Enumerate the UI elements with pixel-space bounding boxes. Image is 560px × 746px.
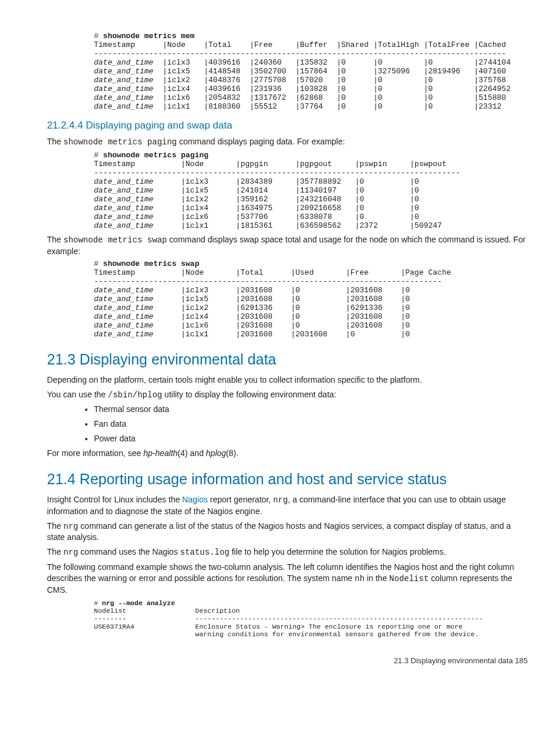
text: The [47, 137, 63, 146]
nagios-link[interactable]: Nagios [182, 495, 208, 504]
text: The [47, 521, 63, 531]
heading-214: 21.4 Reporting usage information and hos… [47, 470, 528, 490]
ref-italic: hplog [206, 448, 226, 458]
p-214-b: The nrg command can generate a list of t… [47, 521, 528, 544]
text: command uses the Nagios [78, 547, 180, 556]
paging-output: # shownode metrics paging Timestamp |Nod… [94, 151, 528, 230]
text: The [47, 235, 63, 244]
list-item: Thermal sensor data [94, 404, 528, 415]
page-footer: 21.3 Displaying environmental data 185 [47, 656, 528, 666]
cmd-text: shownode metrics swap [63, 235, 167, 245]
text: For more information, see [47, 448, 143, 458]
text: command displays paging data. For exampl… [177, 137, 345, 146]
cmd-text: nrg [273, 495, 288, 505]
paging-intro: The shownode metrics paging command disp… [47, 136, 528, 148]
text: utility to display the following environ… [162, 390, 336, 399]
swap-output: # shownode metrics swap Timestamp |Node … [94, 260, 528, 339]
p-214-d: The following command example shows the … [47, 562, 528, 596]
heading-paging: 21.2.4.4 Displaying paging and swap data [47, 119, 528, 133]
env-list: Thermal sensor data Fan data Power data [94, 404, 528, 444]
cmd-text: nrg [63, 548, 78, 557]
cmd-text: status.log [180, 548, 230, 557]
nrg-output: # nrg --mode analyze Nodelist Descriptio… [94, 599, 528, 638]
list-item: Fan data [94, 418, 528, 430]
text: You can use the [47, 390, 108, 399]
p-214-a: Insight Control for Linux includes the N… [47, 494, 528, 517]
text: Insight Control for Linux includes the [47, 495, 182, 504]
text: report generator, [208, 495, 273, 504]
mem-output: # shownode metrics mem Timestamp |Node |… [94, 32, 528, 111]
p-213-c: For more information, see hp-health(4) a… [47, 448, 528, 459]
heading-213: 21.3 Displaying environmental data [47, 350, 528, 370]
text: file to help you determine the solution … [230, 547, 446, 556]
ref-italic: hp-health [143, 448, 177, 458]
p-214-c: The nrg command uses the Nagios status.l… [47, 546, 528, 558]
cmd-text: /sbin/hplog [108, 390, 162, 400]
p-213-a: Depending on the platform, certain tools… [47, 374, 528, 386]
swap-intro: The shownode metrics swap command displa… [47, 234, 528, 257]
text: in the [365, 573, 389, 583]
text: command can generate a list of the statu… [47, 521, 511, 542]
list-item: Power data [94, 433, 528, 444]
cmd-text: shownode metrics paging [63, 137, 177, 147]
text: (8). [226, 448, 238, 458]
cmd-text: nrg [63, 522, 78, 531]
text: The [47, 547, 63, 556]
text: (4) and [178, 448, 206, 458]
cmd-text: Nodelist [389, 574, 429, 583]
p-213-b: You can use the /sbin/hplog utility to d… [47, 389, 528, 401]
cmd-text: nh [355, 574, 365, 583]
